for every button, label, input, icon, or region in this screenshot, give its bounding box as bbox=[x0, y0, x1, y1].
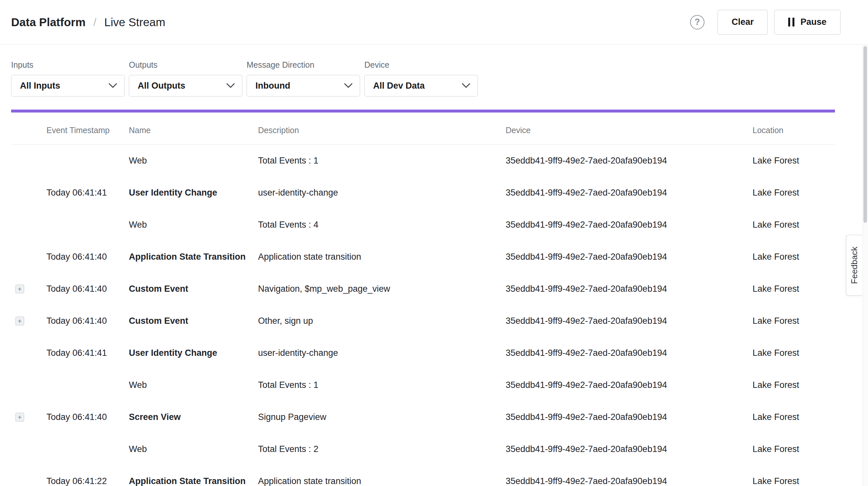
event-name: Web bbox=[129, 444, 258, 454]
clear-button-label: Clear bbox=[732, 17, 754, 27]
table-row[interactable]: + Today 06:41:40 Custom Event Other, sig… bbox=[11, 305, 835, 337]
table-row[interactable]: + Web Total Events : 4 35eddb41-9ff9-49e… bbox=[11, 209, 835, 241]
col-location: Location bbox=[752, 126, 835, 135]
feedback-tab[interactable]: Feedback bbox=[846, 235, 862, 296]
table-row[interactable]: + Web Total Events : 2 35eddb41-9ff9-49e… bbox=[11, 433, 835, 465]
table-row[interactable]: + Web Total Events : 1 35eddb41-9ff9-49e… bbox=[11, 369, 835, 401]
event-timestamp: Today 06:41:41 bbox=[46, 188, 129, 198]
expand-cell: + bbox=[11, 252, 46, 261]
col-event-timestamp: Event Timestamp bbox=[46, 126, 129, 135]
event-name: Web bbox=[129, 220, 258, 230]
table-body: + Web Total Events : 1 35eddb41-9ff9-49e… bbox=[11, 145, 835, 486]
table-row[interactable]: + Today 06:41:22 Application State Trans… bbox=[11, 465, 835, 486]
accent-bar bbox=[11, 110, 835, 113]
filter-message-direction-label: Message Direction bbox=[247, 60, 360, 70]
event-name: Custom Event bbox=[129, 284, 258, 294]
chevron-down-icon bbox=[462, 83, 470, 88]
device-select-value: All Dev Data bbox=[373, 81, 425, 91]
expand-row-button[interactable]: + bbox=[16, 284, 24, 293]
page-header: Data Platform / Live Stream ? Clear Paus… bbox=[0, 0, 868, 44]
event-description: Total Events : 4 bbox=[258, 220, 506, 230]
header-controls: ? Clear Pause bbox=[690, 10, 840, 35]
event-name: Screen View bbox=[129, 412, 258, 422]
event-name: Custom Event bbox=[129, 316, 258, 326]
outputs-select-value: All Outputs bbox=[138, 81, 185, 91]
event-description: Signup Pageview bbox=[258, 412, 506, 422]
filter-inputs: Inputs All Inputs bbox=[11, 60, 125, 96]
event-timestamp: Today 06:41:40 bbox=[46, 412, 129, 422]
event-description: Other, sign up bbox=[258, 316, 506, 326]
event-description: Total Events : 1 bbox=[258, 156, 506, 166]
breadcrumb-parent[interactable]: Data Platform bbox=[11, 16, 86, 29]
expand-cell: + bbox=[11, 413, 46, 422]
event-location: Lake Forest bbox=[752, 156, 835, 166]
inputs-select-value: All Inputs bbox=[20, 81, 60, 91]
chevron-down-icon bbox=[344, 83, 352, 88]
pause-icon bbox=[788, 18, 795, 27]
expand-row-button[interactable]: + bbox=[16, 316, 24, 326]
filter-device: Device All Dev Data bbox=[364, 60, 478, 96]
table-row[interactable]: + Today 06:41:41 User Identity Change us… bbox=[11, 337, 835, 369]
event-location: Lake Forest bbox=[752, 188, 835, 198]
device-select[interactable]: All Dev Data bbox=[364, 75, 478, 96]
expand-cell: + bbox=[11, 220, 46, 229]
event-device: 35eddb41-9ff9-49e2-7aed-20afa90eb194 bbox=[506, 348, 752, 358]
pause-button[interactable]: Pause bbox=[774, 10, 840, 35]
table-row[interactable]: + Web Total Events : 1 35eddb41-9ff9-49e… bbox=[11, 145, 835, 177]
header-button-group: Clear Pause bbox=[718, 10, 840, 35]
message-direction-select[interactable]: Inbound bbox=[247, 75, 360, 96]
event-description: Total Events : 2 bbox=[258, 444, 506, 454]
table-row[interactable]: + Today 06:41:40 Application State Trans… bbox=[11, 241, 835, 273]
event-description: Total Events : 1 bbox=[258, 380, 506, 390]
page-title: Live Stream bbox=[104, 16, 165, 29]
event-device: 35eddb41-9ff9-49e2-7aed-20afa90eb194 bbox=[506, 316, 752, 326]
expand-cell: + bbox=[11, 445, 46, 454]
event-location: Lake Forest bbox=[752, 316, 835, 326]
expand-cell: + bbox=[11, 348, 46, 358]
event-description: user-identity-change bbox=[258, 348, 506, 358]
scrollbar[interactable] bbox=[862, 45, 868, 486]
filter-bar: Inputs All Inputs Outputs All Outputs Me… bbox=[0, 44, 868, 96]
event-device: 35eddb41-9ff9-49e2-7aed-20afa90eb194 bbox=[506, 252, 752, 262]
table-row[interactable]: + Today 06:41:40 Screen View Signup Page… bbox=[11, 401, 835, 433]
expand-cell: + bbox=[11, 284, 46, 293]
event-device: 35eddb41-9ff9-49e2-7aed-20afa90eb194 bbox=[506, 380, 752, 390]
event-location: Lake Forest bbox=[752, 220, 835, 230]
event-device: 35eddb41-9ff9-49e2-7aed-20afa90eb194 bbox=[506, 476, 752, 486]
clear-button[interactable]: Clear bbox=[718, 10, 768, 35]
breadcrumb: Data Platform / Live Stream bbox=[11, 16, 165, 29]
event-timestamp: Today 06:41:22 bbox=[46, 476, 129, 486]
event-description: user-identity-change bbox=[258, 188, 506, 198]
chevron-down-icon bbox=[108, 83, 117, 88]
breadcrumb-separator: / bbox=[94, 16, 96, 28]
event-device: 35eddb41-9ff9-49e2-7aed-20afa90eb194 bbox=[506, 412, 752, 422]
event-description: Navigation, $mp_web_page_view bbox=[258, 284, 506, 294]
event-device: 35eddb41-9ff9-49e2-7aed-20afa90eb194 bbox=[506, 444, 752, 454]
event-name: User Identity Change bbox=[129, 348, 258, 358]
filter-device-label: Device bbox=[364, 60, 478, 70]
filter-outputs: Outputs All Outputs bbox=[129, 60, 242, 96]
event-location: Lake Forest bbox=[752, 412, 835, 422]
feedback-tab-label: Feedback bbox=[849, 247, 860, 284]
inputs-select[interactable]: All Inputs bbox=[11, 75, 125, 96]
scrollbar-thumb[interactable] bbox=[863, 46, 867, 223]
table-row[interactable]: + Today 06:41:41 User Identity Change us… bbox=[11, 177, 835, 209]
event-device: 35eddb41-9ff9-49e2-7aed-20afa90eb194 bbox=[506, 220, 752, 230]
outputs-select[interactable]: All Outputs bbox=[129, 75, 242, 96]
filter-message-direction: Message Direction Inbound bbox=[247, 60, 360, 96]
expand-cell: + bbox=[11, 188, 46, 197]
event-description: Application state transition bbox=[258, 476, 506, 486]
event-timestamp: Today 06:41:40 bbox=[46, 284, 129, 294]
table-row[interactable]: + Today 06:41:40 Custom Event Navigation… bbox=[11, 273, 835, 305]
event-location: Lake Forest bbox=[752, 252, 835, 262]
expand-cell: + bbox=[11, 477, 46, 486]
help-icon[interactable]: ? bbox=[690, 15, 705, 29]
event-device: 35eddb41-9ff9-49e2-7aed-20afa90eb194 bbox=[506, 188, 752, 198]
event-location: Lake Forest bbox=[752, 348, 835, 358]
event-name: Application State Transition bbox=[129, 252, 258, 262]
col-description: Description bbox=[258, 126, 506, 135]
message-direction-select-value: Inbound bbox=[255, 81, 290, 91]
chevron-down-icon bbox=[226, 83, 235, 88]
expand-row-button[interactable]: + bbox=[16, 413, 24, 422]
event-timestamp: Today 06:41:40 bbox=[46, 252, 129, 262]
